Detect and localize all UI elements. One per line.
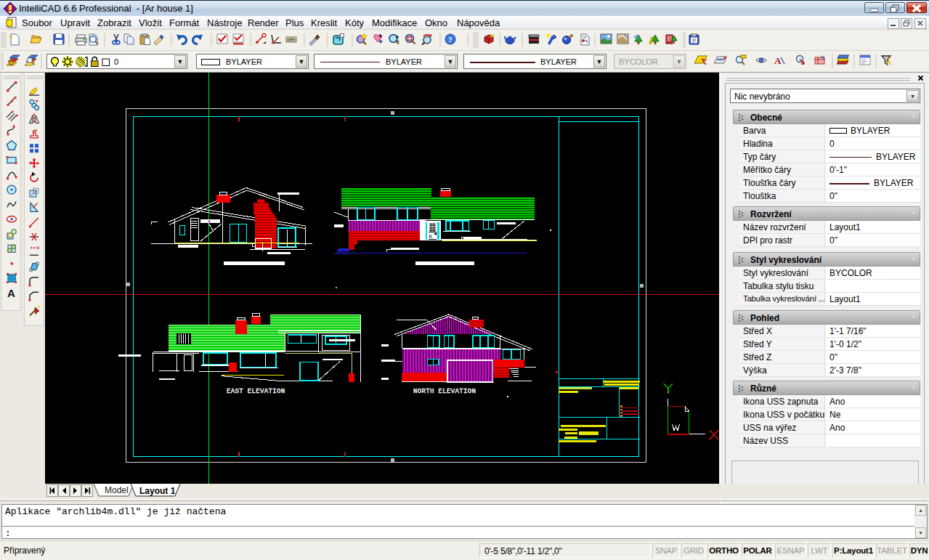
svg-text:NORTH ELEVATION: NORTH ELEVATION [413, 388, 476, 395]
svg-text:A: A [774, 55, 782, 66]
svg-text:Layout 1: Layout 1 [139, 486, 176, 496]
svg-text:Model: Model [105, 485, 129, 495]
svg-text:K: K [429, 234, 433, 240]
svg-text:EAST ELEVATION: EAST ELEVATION [227, 388, 285, 395]
svg-text:A: A [7, 287, 15, 299]
svg-text:?: ? [448, 35, 453, 44]
svg-text:PLUS: PLUS [288, 38, 296, 41]
